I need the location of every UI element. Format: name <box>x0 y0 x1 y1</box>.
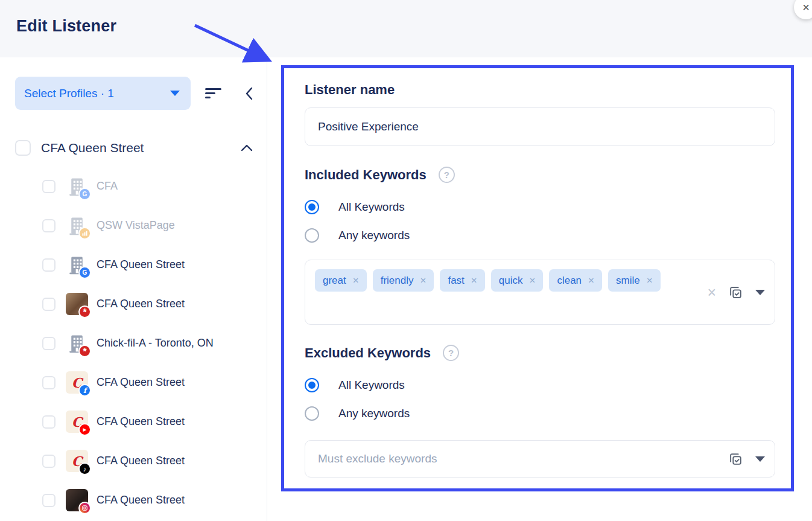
radio-option[interactable]: Any keywords <box>305 401 812 426</box>
radio-label: Any keywords <box>338 407 410 420</box>
yelp-badge-icon: * <box>78 345 91 357</box>
profile-avatar <box>66 214 88 237</box>
profile-avatar: C ♪ <box>66 450 88 472</box>
remove-keyword-icon[interactable]: × <box>529 275 535 287</box>
excluded-keywords-input[interactable] <box>317 452 716 466</box>
keyword-chip-label: smile <box>616 275 640 287</box>
listener-name-label-text: Listener name <box>305 82 395 98</box>
remove-keyword-icon[interactable]: × <box>647 275 653 287</box>
radio-label: All Keywords <box>338 379 405 392</box>
profile-checkbox[interactable] <box>42 258 56 272</box>
profile-checkbox[interactable] <box>42 455 56 468</box>
remove-keyword-icon[interactable]: × <box>353 275 359 287</box>
listener-name-input[interactable] <box>317 120 763 134</box>
excluded-keywords-box[interactable] <box>305 440 775 478</box>
excluded-keywords-heading-text: Excluded Keywords <box>305 345 431 361</box>
analytics-badge-icon <box>78 227 91 240</box>
profile-avatar: G <box>66 254 88 276</box>
sidebar-toolbar: Select Profiles · 1 <box>15 77 267 110</box>
radio-option[interactable]: All Keywords <box>305 195 812 219</box>
help-icon[interactable]: ? <box>443 345 459 361</box>
keyword-chip: clean × <box>549 269 602 292</box>
keyword-chip: smile × <box>608 269 661 292</box>
profile-label: Chick-fil-A - Toronto, ON <box>97 337 214 350</box>
included-keywords-heading-text: Included Keywords <box>305 167 427 183</box>
listener-name-label: Listener name <box>305 82 812 98</box>
copy-icon[interactable] <box>728 285 743 300</box>
listener-name-input-wrap[interactable] <box>305 107 775 146</box>
collapse-sidebar-button[interactable] <box>239 82 261 105</box>
listener-form: Listener name Included Keywords ? All Ke… <box>268 57 812 521</box>
profile-group-row[interactable]: CFA Queen Street <box>15 140 267 156</box>
keyword-chip-label: great <box>323 275 346 287</box>
keyword-chip: quick × <box>491 269 544 292</box>
profile-checkbox[interactable] <box>42 494 56 507</box>
profile-list: G CFA QSW VistaPage G CFA Queen Street *… <box>15 167 267 520</box>
remove-keyword-icon[interactable]: × <box>588 275 594 287</box>
profile-list-item[interactable]: QSW VistaPage <box>15 206 267 245</box>
profile-avatar: C ▶ <box>66 411 88 433</box>
profile-avatar <box>66 489 88 511</box>
profile-checkbox[interactable] <box>42 180 56 193</box>
select-profiles-dropdown[interactable]: Select Profiles · 1 <box>15 77 191 110</box>
keyword-chip: friendly × <box>373 269 434 292</box>
chevron-down-icon[interactable] <box>755 290 765 295</box>
clear-keywords-icon[interactable]: × <box>707 285 716 300</box>
keyword-chip: great × <box>315 269 367 292</box>
tiktok-badge-icon: ♪ <box>78 462 91 475</box>
profile-list-item[interactable]: C f CFA Queen Street <box>15 363 267 402</box>
radio-label: Any keywords <box>338 229 410 242</box>
radio-icon <box>305 406 319 421</box>
profile-list-item[interactable]: G CFA <box>15 167 267 206</box>
group-checkbox[interactable] <box>15 140 31 156</box>
profile-avatar: C f <box>66 371 88 394</box>
profile-label: CFA Queen Street <box>97 376 185 389</box>
profile-list-item[interactable]: CFA Queen Street <box>15 481 267 520</box>
chevron-up-icon[interactable] <box>240 143 253 153</box>
profiles-sidebar: Select Profiles · 1 CFA Queen Street G <box>0 57 267 521</box>
profile-label: CFA Queen Street <box>97 258 185 271</box>
chevron-down-icon[interactable] <box>755 456 765 462</box>
profile-checkbox[interactable] <box>42 376 56 389</box>
chevron-down-icon <box>170 91 180 96</box>
keyword-chip-label: friendly <box>381 275 414 287</box>
group-label: CFA Queen Street <box>41 141 144 155</box>
profile-label: CFA Queen Street <box>97 415 185 428</box>
profile-checkbox[interactable] <box>42 337 56 350</box>
excluded-keywords-heading: Excluded Keywords ? <box>305 345 812 361</box>
radio-option[interactable]: All Keywords <box>305 373 812 397</box>
profile-avatar: * <box>66 293 88 315</box>
profile-label: CFA Queen Street <box>97 494 185 507</box>
remove-keyword-icon[interactable]: × <box>471 275 477 287</box>
included-keywords-radio-group: All Keywords Any keywords <box>305 195 812 248</box>
help-icon[interactable]: ? <box>439 167 455 183</box>
profile-label: CFA Queen Street <box>97 298 185 310</box>
keyword-chip: fast × <box>440 269 484 292</box>
filter-button[interactable] <box>201 85 225 102</box>
profile-checkbox[interactable] <box>42 298 56 311</box>
included-keywords-box[interactable]: great × friendly × fast × quick × clean … <box>305 260 775 325</box>
youtube-badge-icon: ▶ <box>78 423 91 436</box>
remove-keyword-icon[interactable]: × <box>420 275 427 287</box>
header: Edit Listener <box>0 0 812 57</box>
profile-checkbox[interactable] <box>42 415 56 429</box>
excluded-keywords-radio-group: All Keywords Any keywords <box>305 373 812 426</box>
profile-list-item[interactable]: * Chick-fil-A - Toronto, ON <box>15 324 267 363</box>
profile-list-item[interactable]: * CFA Queen Street <box>15 284 267 324</box>
included-keywords-heading: Included Keywords ? <box>305 167 812 183</box>
facebook-badge-icon: f <box>78 384 91 397</box>
profile-list-item[interactable]: C ♪ CFA Queen Street <box>15 441 267 481</box>
profile-checkbox[interactable] <box>42 219 56 232</box>
profile-list-item[interactable]: C ▶ CFA Queen Street <box>15 402 267 441</box>
radio-option[interactable]: Any keywords <box>305 223 812 248</box>
yelp-badge-icon: * <box>78 305 91 318</box>
radio-icon <box>305 200 319 214</box>
chevron-left-icon <box>243 86 258 101</box>
included-keywords-chips: great × friendly × fast × quick × clean … <box>315 267 677 292</box>
profile-list-item[interactable]: G CFA Queen Street <box>15 245 267 284</box>
instagram-badge-icon <box>78 502 91 514</box>
copy-icon[interactable] <box>728 452 743 467</box>
radio-icon <box>305 378 319 392</box>
google-badge-icon: G <box>78 266 91 279</box>
profile-avatar: * <box>66 332 88 354</box>
